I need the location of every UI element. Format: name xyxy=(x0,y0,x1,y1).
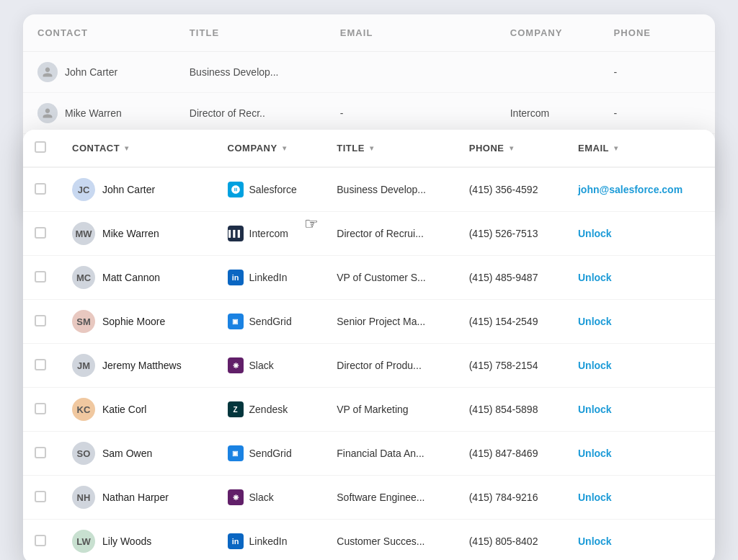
col-company: COMPANY ▾ xyxy=(215,130,324,167)
company-sort-icon[interactable]: ▾ xyxy=(283,144,287,152)
bg-col-email: EMAIL xyxy=(326,14,496,52)
phone-cell: (415) 526-7513 xyxy=(456,212,565,256)
linkedin-logo: in xyxy=(228,270,244,285)
bg-title-cell: Director of Recr.. xyxy=(175,93,326,134)
contact-name: Mike Warren xyxy=(102,228,159,239)
company-cell: in LinkedIn xyxy=(215,256,324,300)
avatar: JM xyxy=(72,354,95,377)
contact-sort-icon[interactable]: ▾ xyxy=(125,144,129,152)
phone-cell: (415) 154-2549 xyxy=(456,300,565,344)
contact-cell: NH Nathan Harper xyxy=(59,476,215,520)
email-cell[interactable]: Unlock xyxy=(565,520,715,561)
contact-cell: LW Lily Woods xyxy=(59,520,215,561)
unlock-email-button[interactable]: Unlock xyxy=(578,448,612,459)
zendesk-logo: Z xyxy=(228,401,244,417)
row-checkbox[interactable] xyxy=(35,359,46,370)
email-cell[interactable]: Unlock xyxy=(565,344,715,388)
row-checkbox-cell xyxy=(23,212,59,256)
contact-name: Matt Cannon xyxy=(102,272,160,283)
phone-cell: (415) 784-9216 xyxy=(456,476,565,520)
col-title: TITLE ▾ xyxy=(324,130,455,167)
unlock-email-button[interactable]: Unlock xyxy=(578,272,612,283)
row-checkbox[interactable] xyxy=(35,447,46,458)
email-cell[interactable]: Unlock xyxy=(565,300,715,344)
row-checkbox-cell xyxy=(23,432,59,476)
bg-col-company: COMPANY xyxy=(496,14,600,52)
row-checkbox[interactable] xyxy=(35,403,46,414)
row-checkbox[interactable] xyxy=(35,315,46,326)
company-cell: ▣ SendGrid xyxy=(215,300,324,344)
bg-contact-cell: Mike Warren xyxy=(23,93,175,134)
email-link[interactable]: john@salesforce.com xyxy=(578,184,683,195)
table-row: SM Sophie Moore ▣ SendGrid Senior Projec… xyxy=(23,300,715,344)
main-card: CONTACT ▾ COMPANY ▾ TITLE ▾ xyxy=(23,130,715,560)
intercom-logo: ▌▌▌ xyxy=(228,226,244,241)
bg-col-title: TITLE xyxy=(175,14,326,52)
avatar: MW xyxy=(72,222,95,245)
email-sort-icon[interactable]: ▾ xyxy=(614,144,618,152)
sendgrid-logo: ▣ xyxy=(228,445,244,461)
row-checkbox[interactable] xyxy=(35,491,46,502)
title-cell: Business Develop... xyxy=(324,167,455,212)
unlock-email-button[interactable]: Unlock xyxy=(578,404,612,415)
unlock-email-button[interactable]: Unlock xyxy=(578,228,612,239)
email-cell[interactable]: Unlock xyxy=(565,388,715,432)
phone-cell: (415) 805-8402 xyxy=(456,520,565,561)
slack-logo: ❋ xyxy=(228,357,244,373)
company-name: Slack xyxy=(249,492,274,503)
bg-email-cell xyxy=(326,52,496,93)
unlock-email-button[interactable]: Unlock xyxy=(578,360,612,371)
company-cell: ❋ Slack xyxy=(215,344,324,388)
col-phone: PHONE ▾ xyxy=(456,130,565,167)
title-cell: Director of Produ... xyxy=(324,344,455,388)
contact-cell: SM Sophie Moore xyxy=(59,300,215,344)
contact-name: Sam Owen xyxy=(102,448,152,459)
contact-name: John Carter xyxy=(102,184,155,195)
row-checkbox[interactable] xyxy=(35,183,46,195)
phone-cell: (415) 758-2154 xyxy=(456,344,565,388)
unlock-email-button[interactable]: Unlock xyxy=(578,535,612,547)
row-checkbox-cell xyxy=(23,388,59,432)
company-cell: in LinkedIn xyxy=(215,520,324,561)
col-email: EMAIL ▾ xyxy=(565,130,715,167)
bg-avatar xyxy=(37,62,58,82)
row-checkbox-cell xyxy=(23,167,59,212)
contact-cell: JM Jeremy Matthews xyxy=(59,344,215,388)
select-all-checkbox[interactable] xyxy=(35,141,46,153)
table-row: LW Lily Woods in LinkedIn Customer Succe… xyxy=(23,520,715,561)
phone-cell: (415) 485-9487 xyxy=(456,256,565,300)
contact-name: Katie Corl xyxy=(102,404,146,415)
salesforce-logo xyxy=(228,182,244,197)
company-cell: Salesforce xyxy=(215,167,324,212)
bg-col-phone: PHONE xyxy=(600,14,715,52)
phone-sort-icon[interactable]: ▾ xyxy=(510,144,514,152)
table-row: MC Matt Cannon in LinkedIn VP of Custome… xyxy=(23,256,715,300)
company-cell: ❋ Slack xyxy=(215,476,324,520)
phone-cell: (415) 356-4592 xyxy=(456,167,565,212)
email-cell[interactable]: Unlock xyxy=(565,432,715,476)
row-checkbox[interactable] xyxy=(35,271,46,283)
company-name: SendGrid xyxy=(249,448,292,459)
email-cell[interactable]: john@salesforce.com xyxy=(565,167,715,212)
contact-cell: MC Matt Cannon xyxy=(59,256,215,300)
company-name: Zendesk xyxy=(249,404,288,415)
contact-cell: MW Mike Warren xyxy=(59,212,215,256)
email-cell[interactable]: Unlock xyxy=(565,212,715,256)
contact-name: Jeremy Matthews xyxy=(102,360,182,371)
row-checkbox[interactable] xyxy=(35,227,46,239)
row-checkbox[interactable] xyxy=(35,535,46,546)
unlock-email-button[interactable]: Unlock xyxy=(578,316,612,327)
title-sort-icon[interactable]: ▾ xyxy=(370,144,374,152)
unlock-email-button[interactable]: Unlock xyxy=(578,492,612,503)
sendgrid-logo: ▣ xyxy=(228,314,244,329)
email-cell[interactable]: Unlock xyxy=(565,476,715,520)
phone-cell: (415) 847-8469 xyxy=(456,432,565,476)
select-all-col xyxy=(23,130,59,167)
email-cell[interactable]: Unlock xyxy=(565,256,715,300)
avatar: LW xyxy=(72,530,95,553)
bg-table-row: John Carter Business Develop... - xyxy=(23,52,715,93)
col-contact: CONTACT ▾ xyxy=(59,130,215,167)
phone-cell: (415) 854-5898 xyxy=(456,388,565,432)
company-cell: ▣ SendGrid xyxy=(215,432,324,476)
row-checkbox-cell xyxy=(23,344,59,388)
